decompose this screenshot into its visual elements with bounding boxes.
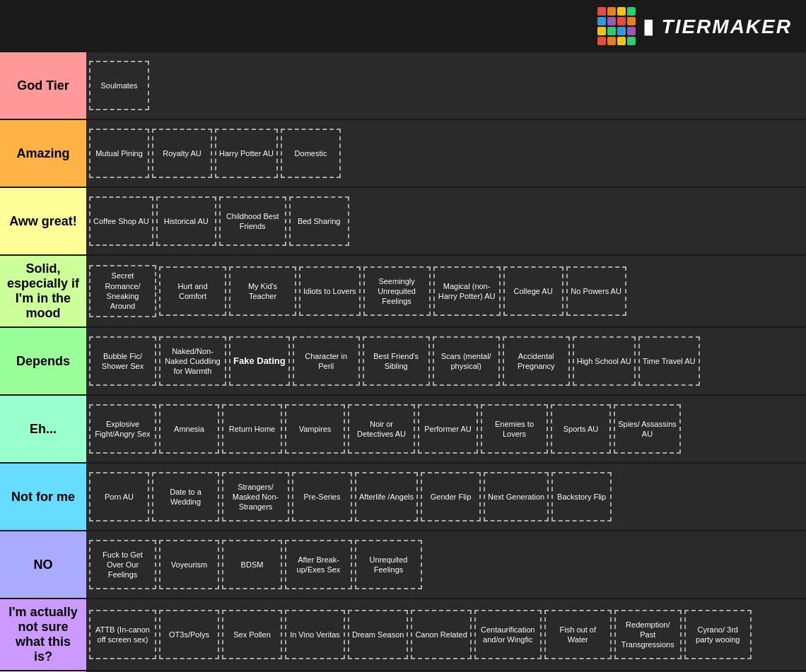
tier-row-god-tier: God TierSoulmates	[0, 52, 806, 120]
tier-row-not-sure: I'm actually not sure what this is?ATTB …	[0, 599, 806, 671]
tier-row-depends: DependsBubble Fic/ Shower SexNaked/Non-N…	[0, 328, 806, 396]
tier-items-eh: Explosive Fight/Angry SexAmnesiaReturn H…	[86, 396, 806, 462]
tier-label-aww-great: Aww great!	[0, 188, 86, 254]
tier-row-amazing: AmazingMutual PiningRoyalty AUHarry Pott…	[0, 120, 806, 188]
tier-item[interactable]: Mutual Pining	[89, 129, 149, 178]
tier-item[interactable]: Date to a Wedding	[152, 472, 219, 521]
tier-row-solid: Solid, especially if I'm in the moodSecr…	[0, 256, 806, 328]
logo-text: ▮ TiERMAKER	[643, 15, 792, 38]
tier-items-aww-great: Coffee Shop AUHistorical AUChildhood Bes…	[86, 188, 806, 254]
tier-item[interactable]: Fish out of Water	[544, 610, 612, 659]
tier-item[interactable]: Spies/ Assassins AU	[614, 404, 681, 454]
tier-item[interactable]: Secret Romance/ Sneaking Around	[89, 265, 156, 317]
tiermaker-logo: ▮ TiERMAKER	[597, 7, 792, 45]
tier-item[interactable]: BDSM	[222, 540, 282, 589]
tier-item[interactable]: Pre-Series	[292, 472, 352, 521]
tier-items-no: Fuck to Get Over Our FeelingsVoyeurismBD…	[86, 531, 806, 598]
tier-list: God TierSoulmatesAmazingMutual PiningRoy…	[0, 52, 806, 672]
tier-item[interactable]: Accidental Pregnancy	[503, 336, 570, 386]
tier-item[interactable]: Enemies to Lovers	[481, 404, 548, 454]
tier-item[interactable]: Naked/Non-Naked Cuddling for Warmth	[159, 336, 226, 386]
tier-item[interactable]: Strangers/ Masked Non-Strangers	[222, 472, 289, 521]
tier-label-not-sure: I'm actually not sure what this is?	[0, 599, 86, 670]
tier-item[interactable]: Dream Season	[348, 610, 408, 659]
tier-row-not-for-me: Not for mePorn AUDate to a WeddingStrang…	[0, 464, 806, 531]
tier-item[interactable]: Performer AU	[418, 404, 478, 454]
tier-row-aww-great: Aww great!Coffee Shop AUHistorical AUChi…	[0, 188, 806, 256]
page-container: ▮ TiERMAKER God TierSoulmatesAmazingMutu…	[0, 0, 806, 672]
tier-item[interactable]: Character in Peril	[293, 336, 360, 386]
header: ▮ TiERMAKER	[0, 0, 806, 52]
tier-item[interactable]: Noir or Detectives AU	[348, 404, 415, 454]
tier-item[interactable]: Seemingly Unrequited Feelings	[363, 266, 431, 316]
tier-item[interactable]: Scars (mental/ physical)	[433, 336, 500, 386]
tier-item[interactable]: Hurt and Comfort	[159, 266, 226, 316]
tier-item[interactable]: Vampires	[285, 404, 345, 454]
tier-item[interactable]: Afterlife /Angels	[355, 472, 418, 521]
tier-item[interactable]: OT3s/Polys	[159, 610, 219, 659]
tier-item[interactable]: Bubble Fic/ Shower Sex	[89, 336, 156, 386]
tier-item[interactable]: Canon Related	[411, 610, 471, 659]
tier-item[interactable]: Best Friend's Sibling	[363, 336, 430, 386]
tier-item[interactable]: Fake Dating	[229, 336, 290, 386]
tier-item[interactable]: Cyrano/ 3rd party wooing	[684, 610, 752, 659]
tier-label-eh: Eh...	[0, 396, 86, 462]
logo-grid-icon	[597, 7, 636, 45]
tier-item[interactable]: Centaurification and/or Wingfic	[474, 610, 542, 659]
tier-label-solid: Solid, especially if I'm in the mood	[0, 256, 86, 326]
tier-item[interactable]: Royalty AU	[152, 129, 212, 178]
tier-item[interactable]: My Kid's Teacher	[229, 266, 296, 316]
tier-item[interactable]: Bed Sharing	[289, 196, 349, 246]
tier-item[interactable]: College AU	[503, 266, 563, 316]
tier-item[interactable]: Backstory Flip	[551, 472, 612, 521]
tier-item[interactable]: Unrequited Feelings	[355, 540, 422, 589]
tier-item[interactable]: Historical AU	[156, 196, 216, 246]
tier-items-depends: Bubble Fic/ Shower SexNaked/Non-Naked Cu…	[86, 328, 806, 394]
tier-item[interactable]: Gender Flip	[421, 472, 481, 521]
tier-item[interactable]: ATTB (In-canon off screen sex)	[89, 610, 156, 659]
tier-item[interactable]: Porn AU	[89, 472, 149, 521]
tier-items-solid: Secret Romance/ Sneaking AroundHurt and …	[86, 256, 806, 326]
tier-items-god-tier: Soulmates	[86, 52, 806, 119]
tier-item[interactable]: Time Travel AU	[638, 336, 700, 386]
tier-item[interactable]: Coffee Shop AU	[89, 196, 153, 246]
tier-item[interactable]: Sports AU	[551, 404, 611, 454]
tier-items-not-for-me: Porn AUDate to a WeddingStrangers/ Maske…	[86, 464, 806, 530]
tier-item[interactable]: Magical (non-Harry Potter) AU	[433, 266, 501, 316]
tier-items-not-sure: ATTB (In-canon off screen sex)OT3s/Polys…	[86, 599, 806, 670]
tier-item[interactable]: Return Home	[222, 404, 282, 454]
tier-item[interactable]: Sex Pollen	[222, 610, 282, 659]
tier-item[interactable]: Domestic	[281, 129, 341, 178]
tier-item[interactable]: High School AU	[573, 336, 636, 386]
tier-row-no: NOFuck to Get Over Our FeelingsVoyeurism…	[0, 531, 806, 599]
tier-item[interactable]: In Vino Veritas	[285, 610, 345, 659]
tier-item[interactable]: Explosive Fight/Angry Sex	[89, 404, 156, 454]
tier-item[interactable]: Soulmates	[89, 61, 149, 110]
tier-item[interactable]: Voyeurism	[159, 540, 219, 589]
tier-label-no: NO	[0, 531, 86, 598]
tier-label-amazing: Amazing	[0, 120, 86, 187]
tier-item[interactable]: Harry Potter AU	[215, 129, 278, 178]
tier-items-amazing: Mutual PiningRoyalty AUHarry Potter AUDo…	[86, 120, 806, 187]
tier-label-not-for-me: Not for me	[0, 464, 86, 530]
tier-row-eh: Eh...Explosive Fight/Angry SexAmnesiaRet…	[0, 396, 806, 464]
tier-item[interactable]: Fuck to Get Over Our Feelings	[89, 540, 156, 589]
tier-item[interactable]: Childhood Best Friends	[219, 196, 286, 246]
tier-item[interactable]: After Break-up/Exes Sex	[285, 540, 352, 589]
tier-label-god-tier: God Tier	[0, 52, 86, 119]
tier-item[interactable]: No Powers AU	[566, 266, 626, 316]
tier-item[interactable]: Next Generation	[484, 472, 549, 521]
tier-item[interactable]: Amnesia	[159, 404, 219, 454]
tier-item[interactable]: Idiots to Lovers	[299, 266, 361, 316]
tier-item[interactable]: Redemption/ Past Transgressions	[614, 610, 682, 659]
tier-label-depends: Depends	[0, 328, 86, 394]
